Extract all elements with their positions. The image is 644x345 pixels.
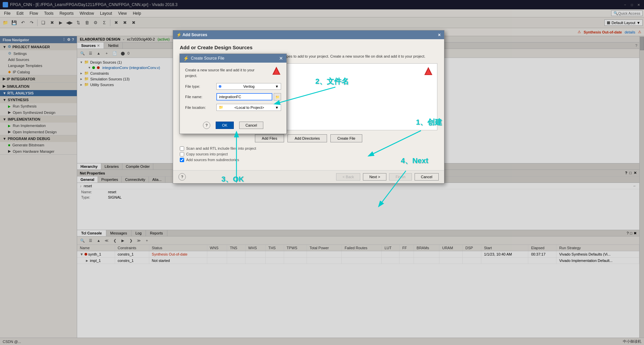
create-select-dot bbox=[219, 85, 221, 88]
dialog-next-btn[interactable]: Next > bbox=[363, 173, 386, 181]
create-file-name-folder-btn[interactable]: 📁 bbox=[274, 93, 281, 100]
dialog-add-sources-help-btn[interactable]: ? bbox=[178, 173, 186, 181]
create-desc-line2: project. bbox=[185, 74, 197, 78]
checkbox-rtl-include: Scan and add RTL include files into proj… bbox=[180, 146, 437, 151]
create-select-chevron-icon: ▼ bbox=[275, 84, 279, 88]
create-source-body: Create a new source file and add it to y… bbox=[180, 63, 286, 119]
create-source-footer: ? OK Cancel bbox=[180, 119, 286, 134]
create-header-left: ⚡ Create Source File bbox=[183, 56, 224, 61]
create-source-icon: ⚡ bbox=[183, 56, 189, 61]
create-location-chevron-icon: ▼ bbox=[275, 106, 279, 110]
dialog-cancel-btn[interactable]: Cancel bbox=[415, 173, 439, 181]
create-source-logo bbox=[271, 66, 282, 78]
create-file-name-input[interactable] bbox=[216, 93, 272, 100]
create-file-location-row: File location: 📁 <Local to Project> ▼ bbox=[185, 104, 281, 111]
dialog-add-sources-icon: ⚡ bbox=[176, 32, 181, 37]
create-folder-loc-icon: 📁 bbox=[219, 105, 223, 110]
create-file-location-control: 📁 <Local to Project> ▼ bbox=[216, 104, 281, 111]
dialog-add-sources-header: ⚡ Add Sources × bbox=[173, 30, 444, 39]
checkbox-copy-input[interactable] bbox=[180, 152, 184, 156]
create-source-close-btn[interactable]: ✕ bbox=[279, 56, 283, 61]
create-source-logo-svg bbox=[271, 66, 282, 77]
create-file-type-control: Verilog ▼ bbox=[216, 83, 281, 90]
checkbox-add-subdirs: Add sources from subdirectories bbox=[180, 158, 437, 162]
add-files-btn[interactable]: Add Files bbox=[255, 134, 284, 142]
checkbox-rtl-input[interactable] bbox=[180, 146, 184, 151]
create-file-name-row: File name: 📁 bbox=[185, 93, 281, 100]
checkbox-subdirs-input[interactable] bbox=[180, 158, 184, 162]
create-file-location-select[interactable]: 📁 <Local to Project> ▼ bbox=[216, 104, 281, 111]
dialog-finish-btn[interactable]: Finish bbox=[389, 173, 412, 181]
create-file-type-label: File type: bbox=[185, 84, 214, 88]
create-source-ok-btn[interactable]: OK bbox=[216, 122, 234, 129]
create-file-btn[interactable]: Create File bbox=[330, 134, 363, 142]
checkbox-rtl-label: Scan and add RTL include files into proj… bbox=[186, 146, 256, 150]
create-file-type-value: Verilog bbox=[243, 84, 255, 88]
create-file-location-value: <Local to Project> bbox=[234, 106, 264, 110]
create-file-name-control: 📁 bbox=[216, 93, 281, 100]
dialog-vivado-logo bbox=[423, 66, 434, 78]
create-file-name-label: File name: bbox=[185, 95, 214, 99]
create-file-type-select[interactable]: Verilog ▼ bbox=[216, 83, 281, 90]
vivado-logo-svg bbox=[423, 66, 434, 77]
create-desc-line1: Create a new source file and add it to y… bbox=[185, 68, 255, 72]
dialog-file-buttons: Add Files Add Directories Create File bbox=[180, 134, 437, 142]
checkbox-subdirs-label: Add sources from subdirectories bbox=[186, 158, 239, 162]
dialog-create-source: ⚡ Create Source File ✕ Create a new sour… bbox=[179, 54, 287, 134]
checkbox-copy-label: Copy sources into project bbox=[186, 152, 228, 156]
create-source-header: ⚡ Create Source File ✕ bbox=[180, 54, 286, 63]
create-source-description: Create a new source file and add it to y… bbox=[185, 67, 281, 78]
dialog-add-sources-title: Add Sources bbox=[182, 32, 207, 37]
checkbox-copy-sources: Copy sources into project bbox=[180, 152, 437, 156]
create-source-help-btn[interactable]: ? bbox=[203, 122, 210, 129]
create-source-cancel-btn[interactable]: Cancel bbox=[239, 122, 263, 129]
create-file-location-label: File location: bbox=[185, 106, 214, 110]
dialog-nav-buttons: < Back Next > Finish Cancel bbox=[336, 173, 439, 181]
dialog-add-sources-main-title: Add or Create Design Sources bbox=[180, 45, 437, 50]
dialog-add-sources-header-left: ⚡ Add Sources bbox=[176, 32, 207, 37]
create-source-title: Create Source File bbox=[191, 56, 224, 61]
dialog-add-sources-footer: ? < Back Next > Finish Cancel bbox=[173, 170, 444, 183]
dialog-back-btn[interactable]: < Back bbox=[336, 173, 360, 181]
create-file-type-row: File type: Verilog ▼ bbox=[185, 83, 281, 90]
dialog-add-sources-close-btn[interactable]: × bbox=[438, 32, 441, 38]
add-directories-btn[interactable]: Add Directories bbox=[287, 134, 327, 142]
dialog-checkboxes: Scan and add RTL include files into proj… bbox=[180, 146, 437, 162]
